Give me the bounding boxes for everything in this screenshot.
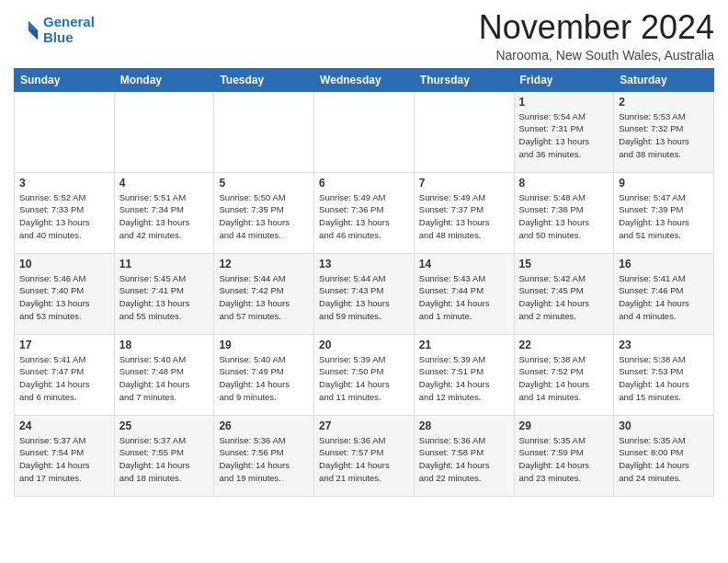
day-number: 14 bbox=[419, 258, 509, 270]
calendar-cell: 8Sunrise: 5:48 AM Sunset: 7:38 PM Daylig… bbox=[514, 172, 614, 253]
day-info: Sunrise: 5:41 AM Sunset: 7:46 PM Dayligh… bbox=[619, 272, 709, 323]
calendar-cell bbox=[214, 91, 314, 172]
calendar-cell bbox=[414, 91, 514, 172]
logo-text: General Blue bbox=[43, 15, 95, 45]
day-number: 27 bbox=[319, 419, 409, 432]
day-number: 15 bbox=[519, 258, 609, 270]
day-info: Sunrise: 5:40 AM Sunset: 7:48 PM Dayligh… bbox=[119, 353, 210, 404]
day-number: 26 bbox=[219, 419, 309, 432]
day-info: Sunrise: 5:35 AM Sunset: 8:00 PM Dayligh… bbox=[619, 434, 709, 485]
weekday-saturday: Saturday bbox=[614, 68, 714, 91]
day-number: 6 bbox=[319, 177, 409, 190]
day-number: 22 bbox=[519, 339, 609, 351]
day-number: 29 bbox=[519, 419, 609, 432]
calendar-cell: 4Sunrise: 5:51 AM Sunset: 7:34 PM Daylig… bbox=[114, 172, 214, 253]
calendar-cell: 15Sunrise: 5:42 AM Sunset: 7:45 PM Dayli… bbox=[514, 253, 614, 334]
day-info: Sunrise: 5:36 AM Sunset: 7:57 PM Dayligh… bbox=[319, 434, 409, 485]
day-info: Sunrise: 5:42 AM Sunset: 7:45 PM Dayligh… bbox=[519, 272, 609, 323]
calendar-table: SundayMondayTuesdayWednesdayThursdayFrid… bbox=[14, 68, 714, 497]
calendar-cell: 23Sunrise: 5:38 AM Sunset: 7:53 PM Dayli… bbox=[614, 334, 714, 415]
day-info: Sunrise: 5:44 AM Sunset: 7:42 PM Dayligh… bbox=[219, 272, 309, 323]
calendar-week-3: 10Sunrise: 5:46 AM Sunset: 7:40 PM Dayli… bbox=[15, 253, 714, 334]
day-info: Sunrise: 5:48 AM Sunset: 7:38 PM Dayligh… bbox=[519, 191, 609, 242]
calendar-week-5: 24Sunrise: 5:37 AM Sunset: 7:54 PM Dayli… bbox=[15, 415, 714, 496]
calendar-cell bbox=[314, 91, 415, 172]
day-number: 13 bbox=[319, 258, 409, 270]
calendar-cell: 29Sunrise: 5:35 AM Sunset: 7:59 PM Dayli… bbox=[514, 415, 614, 496]
logo-line2: Blue bbox=[43, 29, 74, 45]
day-number: 7 bbox=[419, 177, 509, 190]
day-info: Sunrise: 5:38 AM Sunset: 7:53 PM Dayligh… bbox=[619, 353, 709, 404]
calendar-cell: 16Sunrise: 5:41 AM Sunset: 7:46 PM Dayli… bbox=[614, 253, 714, 334]
calendar-cell: 10Sunrise: 5:46 AM Sunset: 7:40 PM Dayli… bbox=[15, 253, 115, 334]
calendar-cell: 30Sunrise: 5:35 AM Sunset: 8:00 PM Dayli… bbox=[614, 415, 714, 496]
calendar-header: SundayMondayTuesdayWednesdayThursdayFrid… bbox=[15, 68, 714, 91]
day-info: Sunrise: 5:54 AM Sunset: 7:31 PM Dayligh… bbox=[519, 110, 609, 161]
day-number: 28 bbox=[419, 419, 509, 432]
logo-line1: General bbox=[43, 14, 95, 29]
weekday-tuesday: Tuesday bbox=[214, 68, 314, 91]
day-number: 8 bbox=[519, 177, 609, 190]
day-info: Sunrise: 5:45 AM Sunset: 7:41 PM Dayligh… bbox=[119, 272, 210, 323]
day-number: 11 bbox=[119, 258, 210, 270]
calendar-cell: 25Sunrise: 5:37 AM Sunset: 7:55 PM Dayli… bbox=[114, 415, 214, 496]
day-number: 2 bbox=[619, 96, 709, 109]
day-number: 12 bbox=[219, 258, 309, 270]
day-info: Sunrise: 5:38 AM Sunset: 7:52 PM Dayligh… bbox=[519, 353, 609, 404]
calendar-cell: 2Sunrise: 5:53 AM Sunset: 7:32 PM Daylig… bbox=[614, 91, 714, 172]
calendar-cell bbox=[15, 91, 115, 172]
calendar-cell: 6Sunrise: 5:49 AM Sunset: 7:36 PM Daylig… bbox=[314, 172, 415, 253]
calendar-week-2: 3Sunrise: 5:52 AM Sunset: 7:33 PM Daylig… bbox=[15, 172, 714, 253]
logo-icon bbox=[14, 17, 40, 43]
day-number: 30 bbox=[619, 419, 709, 432]
calendar-cell bbox=[114, 91, 214, 172]
day-info: Sunrise: 5:41 AM Sunset: 7:47 PM Dayligh… bbox=[19, 353, 109, 404]
calendar-cell: 1Sunrise: 5:54 AM Sunset: 7:31 PM Daylig… bbox=[514, 91, 614, 172]
weekday-wednesday: Wednesday bbox=[314, 68, 415, 91]
day-info: Sunrise: 5:51 AM Sunset: 7:34 PM Dayligh… bbox=[119, 191, 210, 242]
calendar-cell: 12Sunrise: 5:44 AM Sunset: 7:42 PM Dayli… bbox=[214, 253, 314, 334]
day-number: 5 bbox=[219, 177, 309, 190]
day-number: 3 bbox=[19, 177, 109, 190]
logo: General Blue bbox=[14, 15, 95, 45]
title-block: November 2024 Narooma, New South Wales, … bbox=[479, 9, 714, 63]
day-info: Sunrise: 5:37 AM Sunset: 7:54 PM Dayligh… bbox=[19, 434, 109, 485]
calendar-week-4: 17Sunrise: 5:41 AM Sunset: 7:47 PM Dayli… bbox=[15, 334, 714, 415]
day-info: Sunrise: 5:39 AM Sunset: 7:50 PM Dayligh… bbox=[319, 353, 409, 404]
day-number: 1 bbox=[519, 96, 609, 109]
day-info: Sunrise: 5:37 AM Sunset: 7:55 PM Dayligh… bbox=[119, 434, 210, 485]
calendar-cell: 21Sunrise: 5:39 AM Sunset: 7:51 PM Dayli… bbox=[414, 334, 514, 415]
day-number: 16 bbox=[619, 258, 709, 270]
calendar-cell: 26Sunrise: 5:36 AM Sunset: 7:56 PM Dayli… bbox=[214, 415, 314, 496]
weekday-thursday: Thursday bbox=[414, 68, 514, 91]
day-number: 23 bbox=[619, 339, 709, 351]
calendar-cell: 20Sunrise: 5:39 AM Sunset: 7:50 PM Dayli… bbox=[314, 334, 415, 415]
day-number: 25 bbox=[119, 419, 210, 432]
calendar-cell: 14Sunrise: 5:43 AM Sunset: 7:44 PM Dayli… bbox=[414, 253, 514, 334]
weekday-friday: Friday bbox=[514, 68, 614, 91]
day-info: Sunrise: 5:50 AM Sunset: 7:35 PM Dayligh… bbox=[219, 191, 309, 242]
day-info: Sunrise: 5:35 AM Sunset: 7:59 PM Dayligh… bbox=[519, 434, 609, 485]
location-subtitle: Narooma, New South Wales, Australia bbox=[479, 48, 714, 63]
day-number: 10 bbox=[19, 258, 109, 270]
day-info: Sunrise: 5:46 AM Sunset: 7:40 PM Dayligh… bbox=[19, 272, 109, 323]
page-header: General Blue November 2024 Narooma, New … bbox=[14, 9, 714, 63]
day-info: Sunrise: 5:53 AM Sunset: 7:32 PM Dayligh… bbox=[619, 110, 709, 161]
calendar-cell: 9Sunrise: 5:47 AM Sunset: 7:39 PM Daylig… bbox=[614, 172, 714, 253]
day-info: Sunrise: 5:39 AM Sunset: 7:51 PM Dayligh… bbox=[419, 353, 509, 404]
calendar-cell: 3Sunrise: 5:52 AM Sunset: 7:33 PM Daylig… bbox=[15, 172, 115, 253]
day-number: 17 bbox=[19, 339, 109, 351]
day-info: Sunrise: 5:52 AM Sunset: 7:33 PM Dayligh… bbox=[19, 191, 109, 242]
calendar-cell: 7Sunrise: 5:49 AM Sunset: 7:37 PM Daylig… bbox=[414, 172, 514, 253]
calendar-body: 1Sunrise: 5:54 AM Sunset: 7:31 PM Daylig… bbox=[15, 91, 714, 496]
day-info: Sunrise: 5:44 AM Sunset: 7:43 PM Dayligh… bbox=[319, 272, 409, 323]
day-info: Sunrise: 5:43 AM Sunset: 7:44 PM Dayligh… bbox=[419, 272, 509, 323]
calendar-cell: 27Sunrise: 5:36 AM Sunset: 7:57 PM Dayli… bbox=[314, 415, 415, 496]
day-info: Sunrise: 5:36 AM Sunset: 7:58 PM Dayligh… bbox=[419, 434, 509, 485]
calendar-week-1: 1Sunrise: 5:54 AM Sunset: 7:31 PM Daylig… bbox=[15, 91, 714, 172]
day-number: 20 bbox=[319, 339, 409, 351]
weekday-sunday: Sunday bbox=[15, 68, 115, 91]
calendar-cell: 19Sunrise: 5:40 AM Sunset: 7:49 PM Dayli… bbox=[214, 334, 314, 415]
calendar-cell: 17Sunrise: 5:41 AM Sunset: 7:47 PM Dayli… bbox=[15, 334, 115, 415]
day-number: 4 bbox=[119, 177, 210, 190]
